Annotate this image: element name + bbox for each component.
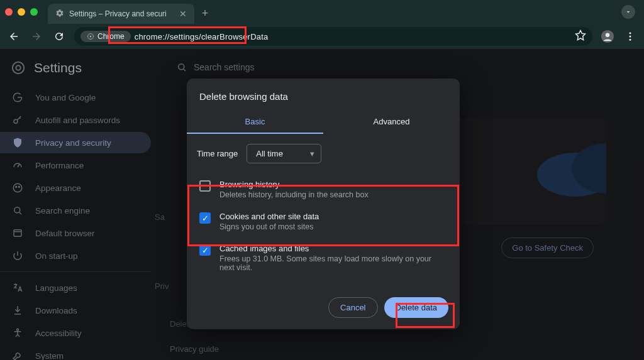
tab-basic[interactable]: Basic	[187, 111, 323, 134]
profile-avatar-icon[interactable]	[600, 29, 615, 44]
checkbox-row-cache[interactable]: ✓ Cached images and files Frees up 31.0 …	[197, 237, 450, 278]
chrome-chip-label: Chrome	[97, 32, 125, 41]
time-range-label: Time range	[197, 149, 238, 158]
checkbox-row-cookies[interactable]: ✓ Cookies and other site data Signs you …	[197, 205, 450, 237]
svg-point-5	[630, 36, 631, 38]
time-range-value: All time	[256, 149, 283, 158]
checkbox-subtitle: Signs you out of most sites	[219, 222, 319, 231]
address-bar[interactable]: Chrome chrome://settings/clearBrowserDat…	[74, 27, 592, 46]
gear-icon	[55, 9, 64, 19]
macos-window-controls	[5, 8, 38, 16]
checkbox-cache[interactable]: ✓	[199, 244, 211, 256]
url-text: chrome://settings/clearBrowserData	[135, 32, 269, 41]
forward-button[interactable]	[29, 29, 44, 44]
checkbox-title: Cookies and other site data	[219, 212, 319, 221]
browser-toolbar: Chrome chrome://settings/clearBrowserDat…	[0, 24, 644, 49]
minimize-window-button[interactable]	[18, 8, 25, 16]
svg-point-6	[630, 39, 631, 41]
bookmark-star-icon[interactable]	[575, 30, 586, 43]
checkbox-subtitle: Frees up 31.0 MB. Some sites may load mo…	[219, 254, 447, 272]
tab-advanced[interactable]: Advanced	[323, 111, 460, 134]
window-titlebar: Settings – Privacy and securi ✕ +	[0, 0, 644, 24]
delete-browsing-data-dialog: Delete browsing data Basic Advanced Time…	[187, 79, 460, 329]
url-chrome-chip: Chrome	[80, 31, 131, 42]
dialog-tabs: Basic Advanced	[187, 111, 460, 134]
checkbox-subtitle: Deletes history, including in the search…	[219, 190, 369, 199]
browser-tab-active[interactable]: Settings – Privacy and securi ✕	[48, 4, 194, 24]
dialog-title: Delete browsing data	[187, 79, 460, 111]
checkbox-browsing-history[interactable]	[199, 180, 211, 192]
dialog-actions: Cancel Delete data	[187, 282, 460, 329]
back-button[interactable]	[6, 29, 21, 44]
svg-point-1	[90, 36, 92, 38]
fullscreen-window-button[interactable]	[30, 8, 38, 16]
svg-point-3	[606, 33, 609, 37]
reload-button[interactable]	[52, 29, 67, 44]
overflow-menu-icon[interactable]	[623, 29, 638, 44]
checkbox-row-browsing-history[interactable]: Browsing history Deletes history, includ…	[197, 173, 450, 205]
tab-close-icon[interactable]: ✕	[179, 9, 187, 19]
tabs-dropdown-icon[interactable]	[621, 5, 635, 19]
checkbox-cookies[interactable]: ✓	[199, 212, 211, 224]
checkbox-title: Cached images and files	[219, 244, 447, 253]
delete-data-button[interactable]: Delete data	[384, 297, 449, 318]
tab-title: Settings – Privacy and securi	[69, 9, 167, 18]
cancel-button[interactable]: Cancel	[328, 297, 377, 318]
new-tab-button[interactable]: +	[202, 7, 209, 20]
svg-point-4	[630, 32, 631, 34]
close-window-button[interactable]	[5, 8, 13, 16]
time-range-select[interactable]: All time	[247, 144, 321, 163]
checkbox-title: Browsing history	[219, 180, 369, 189]
time-range-row: Time range All time	[197, 144, 450, 163]
